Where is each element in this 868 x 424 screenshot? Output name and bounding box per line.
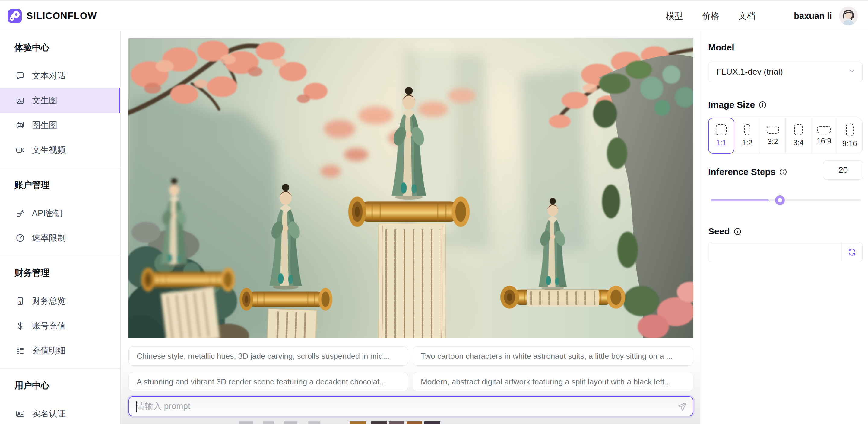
ratio-16-9-icon — [817, 126, 831, 134]
image-size-label-text: Image Size — [708, 100, 755, 110]
ratio-1-2-icon — [744, 124, 750, 135]
sidebar-item-label: 财务总览 — [32, 295, 66, 307]
info-icon[interactable] — [734, 227, 742, 235]
sidebar-item-label: 速率限制 — [32, 232, 66, 244]
ratio-button-3-2[interactable]: 3:2 — [760, 118, 785, 153]
prompt-suggestion-chip[interactable]: Modern, abstract digital artwork featuri… — [412, 372, 693, 391]
history-row-clipped — [121, 421, 700, 424]
logo-text: SILICONFLOW — [27, 10, 97, 22]
sidebar-heading-user: 用户中心 — [0, 380, 120, 391]
sidebar-divider — [0, 168, 120, 168]
user-name: baxuan li — [794, 11, 832, 21]
main-content: Chinese style, metallic hues, 3D jade ca… — [121, 31, 700, 424]
info-icon[interactable] — [758, 101, 767, 109]
thumbnail[interactable] — [407, 421, 422, 424]
sidebar-divider — [0, 256, 120, 256]
ratio-9-16-icon — [846, 123, 854, 136]
prompt-input[interactable] — [129, 401, 693, 411]
sidebar-item-recharge[interactable]: 账号充值 — [0, 313, 120, 338]
ratio-3-2-icon — [767, 125, 779, 134]
sidebar-item-label: 账号充值 — [32, 320, 66, 332]
seed-label: Seed — [708, 226, 742, 236]
thumbnail[interactable] — [424, 421, 440, 424]
slider-fill — [711, 199, 769, 201]
thumbnail[interactable] — [389, 421, 404, 424]
sidebar-item-label: 实名认证 — [32, 408, 66, 420]
generated-image — [128, 38, 693, 338]
bill-icon: $ — [15, 296, 25, 306]
sidebar-item-label: 充值明细 — [32, 345, 66, 356]
send-icon[interactable] — [677, 402, 687, 412]
ratio-label: 3:4 — [793, 138, 804, 147]
prompt-suggestion-chip[interactable]: A stunning and vibrant 3D render scene f… — [128, 372, 408, 391]
video-icon — [15, 145, 25, 155]
images-icon — [15, 120, 25, 131]
model-select-value: FLUX.1-dev (trial) — [716, 67, 783, 77]
image-size-label: Image Size — [708, 100, 767, 110]
sidebar-item-text-chat[interactable]: 文本对话 — [0, 63, 120, 88]
settings-panel: Model FLUX.1-dev (trial) Image Size 1:1 … — [700, 31, 868, 424]
sidebar-item-identity-verification[interactable]: 实名认证 — [0, 401, 120, 424]
seed-input[interactable] — [709, 242, 841, 262]
prompt-suggestion-chip[interactable]: Two cartoon characters in white astronau… — [412, 346, 693, 366]
text-caret — [136, 401, 136, 412]
nav-pricing[interactable]: 价格 — [702, 10, 719, 22]
ratio-label: 1:1 — [716, 138, 726, 147]
avatar-image — [839, 7, 858, 25]
prompt-suggestion-chip[interactable]: Chinese style, metallic hues, 3D jade ca… — [128, 346, 408, 366]
inference-steps-label-text: Inference Steps — [708, 167, 775, 177]
sidebar-item-label: 图生图 — [32, 120, 57, 131]
gauge-icon — [15, 233, 25, 243]
refresh-icon — [847, 247, 857, 257]
sidebar-item-text-to-image[interactable]: 文生图 — [0, 88, 120, 113]
sidebar-item-rate-limits[interactable]: 速率限制 — [0, 226, 120, 250]
sidebar-item-finance-overview[interactable]: $ 财务总览 — [0, 289, 120, 313]
dollar-icon — [15, 321, 25, 331]
seed-field — [708, 242, 863, 262]
ratio-button-3-4[interactable]: 3:4 — [785, 118, 811, 153]
nav-docs[interactable]: 文档 — [738, 10, 755, 22]
siliconflow-logo-icon — [8, 9, 22, 23]
ratio-button-9-16[interactable]: 9:16 — [837, 118, 862, 153]
thumbnail[interactable] — [349, 421, 366, 424]
ratio-label: 1:2 — [742, 138, 752, 147]
sidebar-item-label: 文生视频 — [32, 144, 66, 156]
sidebar: 体验中心 文本对话 文生图 图生图 文生视频 账户管理 API密钥 — [0, 31, 121, 424]
inference-steps-label: Inference Steps — [708, 167, 787, 177]
aspect-ratio-group: 1:1 1:2 3:2 3:4 16:9 9:16 — [708, 118, 863, 153]
avatar[interactable] — [839, 7, 858, 25]
slider-handle[interactable] — [775, 195, 785, 205]
info-icon[interactable] — [779, 168, 787, 176]
chat-icon — [15, 71, 25, 81]
seed-refresh-button[interactable] — [841, 242, 862, 262]
ratio-1-1-icon — [716, 124, 726, 135]
window-top-edge — [0, 0, 868, 1]
sidebar-heading-experience: 体验中心 — [0, 42, 120, 53]
sidebar-item-api-keys[interactable]: API密钥 — [0, 201, 120, 226]
sidebar-item-recharge-details[interactable]: 充值明细 — [0, 338, 120, 363]
ratio-button-16-9[interactable]: 16:9 — [811, 118, 837, 153]
top-navbar: SILICONFLOW 模型 价格 文档 baxuan li — [0, 0, 868, 31]
svg-text:$: $ — [19, 300, 22, 304]
model-label: Model — [708, 42, 734, 53]
nav-models[interactable]: 模型 — [666, 10, 683, 22]
ratio-button-1-1[interactable]: 1:1 — [708, 118, 735, 154]
key-icon — [15, 208, 25, 218]
inference-steps-slider[interactable] — [711, 199, 861, 201]
ratio-label: 16:9 — [817, 137, 832, 145]
id-card-icon — [15, 408, 25, 419]
model-select[interactable]: FLUX.1-dev (trial) — [708, 62, 863, 82]
sidebar-item-text-to-video[interactable]: 文生视频 — [0, 138, 120, 163]
ratio-label: 9:16 — [842, 139, 857, 148]
prompt-input-bar — [128, 396, 693, 416]
ratio-button-1-2[interactable]: 1:2 — [734, 118, 760, 153]
chevron-down-icon — [848, 67, 856, 77]
sidebar-heading-finance: 财务管理 — [0, 267, 120, 278]
sidebar-divider — [0, 368, 120, 369]
logo[interactable]: SILICONFLOW — [8, 9, 97, 23]
image-icon — [15, 95, 25, 106]
sidebar-item-label: 文生图 — [32, 95, 57, 106]
thumbnail[interactable] — [371, 421, 387, 424]
inference-steps-input[interactable] — [823, 160, 863, 180]
sidebar-item-image-to-image[interactable]: 图生图 — [0, 113, 120, 138]
